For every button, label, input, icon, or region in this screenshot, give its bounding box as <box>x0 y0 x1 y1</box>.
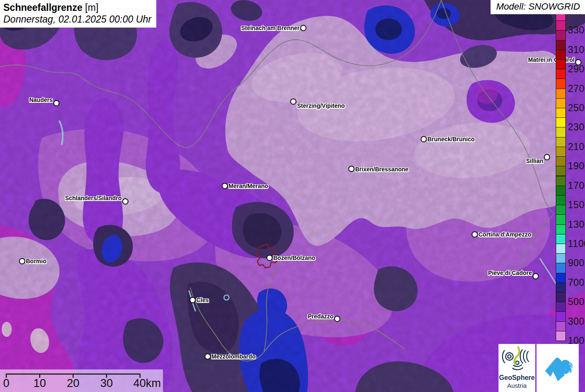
city-marker <box>421 136 427 143</box>
city-label: Bormio <box>26 258 46 265</box>
snowfall-map-screenshot: Steinach am BrennerMatrei in OsttirolNau… <box>0 0 585 392</box>
title-text: Schneefallgrenze <box>3 2 82 13</box>
scale-bar-label: 10 <box>33 377 46 390</box>
city-marker <box>122 199 129 205</box>
city-marker <box>53 100 60 107</box>
city-marker <box>544 154 550 160</box>
city-label: Cles <box>196 297 209 303</box>
scale-bar-label: 30 <box>100 377 113 390</box>
city-marker <box>205 354 211 360</box>
city-marker <box>472 232 478 238</box>
city-marker <box>533 273 539 280</box>
geosphere-logo-icon <box>499 344 535 372</box>
city-marker <box>575 59 582 66</box>
city-marker <box>222 183 228 189</box>
scale-bar: 010203040km <box>0 369 163 392</box>
city-marker <box>19 258 25 265</box>
city-label: Predazzo <box>308 313 333 320</box>
city-label: Bruneck/Brunico <box>427 136 475 143</box>
city-label: Pieve di Cadore <box>488 270 532 276</box>
geosphere-country: Austria <box>499 382 535 389</box>
city-label: Meran/Merano <box>229 183 268 189</box>
scale-bar-label: 20 <box>67 377 79 390</box>
city-label: Cortina d'Ampezzo <box>478 231 531 238</box>
page-title: Schneefallgrenze [m] <box>3 2 151 13</box>
city-label: Sterzing/Vipiteno <box>297 102 345 109</box>
city-marker <box>267 255 273 261</box>
scale-bar-label: 40km <box>133 377 161 390</box>
city-label: Brixen/Bressanone <box>355 166 409 173</box>
city-label: Schlanders/Silandro <box>65 195 122 201</box>
partner-logo-box <box>537 344 579 392</box>
city-marker <box>348 166 355 172</box>
city-label: Mezzolombardo <box>211 353 256 360</box>
city-marker <box>190 297 196 303</box>
city-label: Bozen/Bolzano <box>273 255 315 261</box>
city-label: Steinach am Brenner <box>241 25 300 31</box>
city-marker <box>300 25 307 31</box>
title-unit: [m] <box>85 2 99 13</box>
city-label: Matrei in Osttirol <box>528 56 575 63</box>
datetime-label: Donnerstag, 02.01.2025 00:00 Uhr <box>3 13 151 25</box>
city-label: Sillian <box>526 158 543 164</box>
mountain-logo-icon <box>541 351 575 385</box>
title-box: Schneefallgrenze [m] Donnerstag, 02.01.2… <box>0 0 156 28</box>
geosphere-logo-box: GeoSphere Austria <box>499 344 535 392</box>
geosphere-name: GeoSphere <box>499 374 535 382</box>
city-marker <box>290 99 297 105</box>
city-label: Nauders <box>29 97 53 103</box>
scale-bar-label: 0 <box>3 377 9 390</box>
city-marker <box>334 316 341 322</box>
model-label: Modell: SNOWGRID <box>491 0 585 14</box>
